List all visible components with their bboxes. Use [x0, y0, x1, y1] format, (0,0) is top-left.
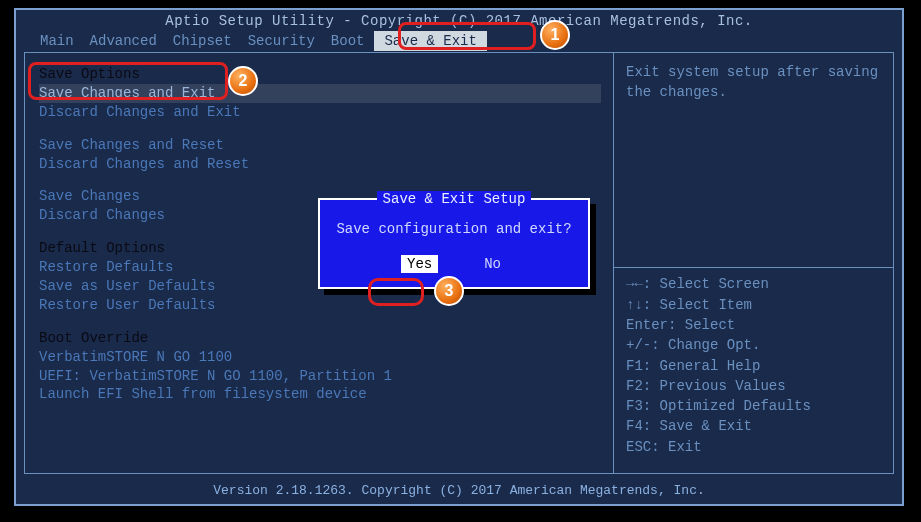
tab-bar: Main Advanced Chipset Security Boot Save… [16, 31, 902, 53]
item-restore-user-defaults[interactable]: Restore User Defaults [39, 296, 601, 315]
key-select-item: ↑↓: Select Item [626, 295, 881, 315]
dialog-no-button[interactable]: No [478, 255, 507, 273]
item-save-changes-exit[interactable]: Save Changes and Exit [39, 84, 601, 103]
tab-main[interactable]: Main [34, 31, 80, 51]
tab-save-exit[interactable]: Save & Exit [374, 31, 486, 51]
key-f4: F4: Save & Exit [626, 416, 881, 436]
key-f3: F3: Optimized Defaults [626, 396, 881, 416]
key-esc: ESC: Exit [626, 437, 881, 457]
key-select-screen: →←: Select Screen [626, 274, 881, 294]
tab-boot[interactable]: Boot [325, 31, 371, 51]
tab-advanced[interactable]: Advanced [84, 31, 163, 51]
tab-security[interactable]: Security [242, 31, 321, 51]
save-exit-dialog: Save & Exit Setup Save configuration and… [318, 198, 590, 289]
tab-chipset[interactable]: Chipset [167, 31, 238, 51]
help-text: Exit system setup after saving the chang… [614, 53, 893, 112]
item-discard-changes-exit[interactable]: Discard Changes and Exit [39, 103, 601, 122]
key-enter: Enter: Select [626, 315, 881, 335]
item-discard-changes-reset[interactable]: Discard Changes and Reset [39, 155, 601, 174]
version-footer: Version 2.18.1263. Copyright (C) 2017 Am… [16, 483, 902, 498]
item-boot-efi-shell[interactable]: Launch EFI Shell from filesystem device [39, 385, 601, 404]
dialog-buttons: Yes No [320, 247, 588, 287]
dialog-message: Save configuration and exit? [320, 207, 588, 247]
save-options-heading: Save Options [39, 65, 601, 84]
right-pane: Exit system setup after saving the chang… [613, 53, 893, 473]
key-f2: F2: Previous Values [626, 376, 881, 396]
utility-title: Aptio Setup Utility - Copyright (C) 2017… [16, 10, 902, 31]
key-f1: F1: General Help [626, 356, 881, 376]
item-boot-verbatim[interactable]: VerbatimSTORE N GO 1100 [39, 348, 601, 367]
key-legend: →←: Select Screen ↑↓: Select Item Enter:… [614, 267, 893, 463]
boot-override-heading: Boot Override [39, 329, 601, 348]
item-save-changes-reset[interactable]: Save Changes and Reset [39, 136, 601, 155]
dialog-yes-button[interactable]: Yes [401, 255, 438, 273]
key-change-opt: +/-: Change Opt. [626, 335, 881, 355]
dialog-title: Save & Exit Setup [377, 191, 532, 207]
item-boot-uefi-verbatim[interactable]: UEFI: VerbatimSTORE N GO 1100, Partition… [39, 367, 601, 386]
